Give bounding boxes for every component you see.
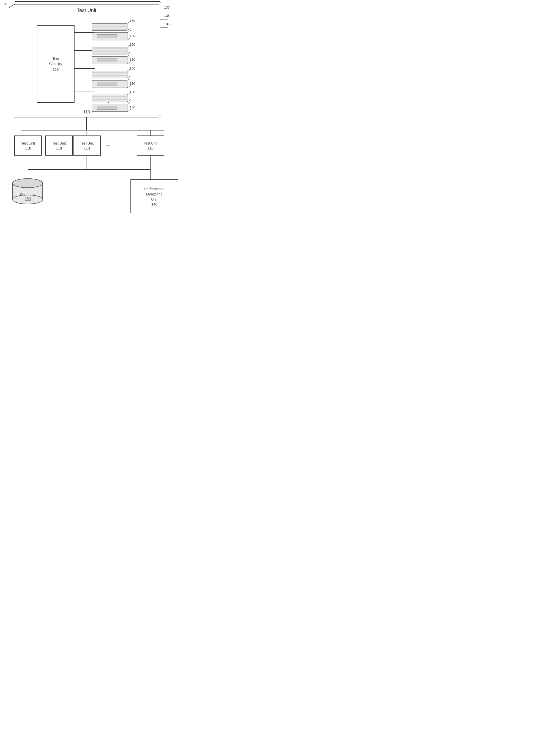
perf-num: 140 [151, 202, 157, 206]
svg-text:160: 160 [130, 90, 135, 94]
test-circuitry-label: TestCircuitry [49, 57, 62, 66]
svg-line-32 [127, 54, 131, 57]
lower-horiz-bus [28, 169, 151, 170]
test-unit-box-3: Test Unit 110 [73, 135, 101, 155]
svg-line-47 [127, 78, 131, 80]
main-unit-title: Test Unit [14, 7, 159, 13]
vert-to-perf [150, 169, 151, 179]
test-unit-label-3: Test Unit [80, 141, 93, 146]
test-unit-label-2: Test Unit [52, 141, 66, 146]
test-circuitry-num: 120 [53, 67, 59, 71]
svg-text:160: 160 [130, 66, 135, 70]
vert-down-3 [87, 155, 87, 169]
vert-down-1 [28, 155, 28, 169]
svg-text:130: 130 [130, 105, 135, 109]
perf-label: PerformanceMonitoringUnit [144, 187, 164, 202]
svg-text:160: 160 [130, 43, 135, 46]
vert-drop-2 [59, 130, 59, 135]
horiz-bus [21, 130, 164, 130]
test-unit-label-4: Test Unit [144, 141, 157, 146]
chips-svg: 160 130 [85, 19, 150, 112]
database-num: 150 [9, 197, 46, 201]
svg-line-17 [127, 30, 131, 33]
svg-line-48 [127, 85, 131, 88]
svg-text:130: 130 [130, 82, 135, 85]
vert-drop-4 [150, 130, 151, 135]
dots-between-units: ... [105, 141, 110, 148]
vert-drop-3 [87, 130, 87, 135]
svg-line-33 [127, 62, 131, 64]
test-unit-num-1: 110 [25, 146, 31, 150]
perf-box: PerformanceMonitoringUnit 140 [130, 179, 178, 213]
svg-text:130: 130 [130, 58, 135, 62]
svg-line-27 [127, 52, 131, 54]
diagram-container: 100 135 135 135 Test Unit TestCircuitry … [0, 0, 188, 250]
test-unit-box-2: Test Unit 110 [45, 135, 73, 155]
svg-text:160: 160 [130, 19, 135, 23]
svg-line-65 [127, 102, 131, 104]
test-unit-box-1: Test Unit 110 [14, 135, 42, 155]
test-unit-num-4: 110 [148, 146, 153, 150]
vert-down-2 [59, 155, 59, 169]
test-unit-label-1: Test Unit [21, 141, 35, 146]
test-unit-box-4: Test Unit 110 [137, 135, 164, 155]
svg-point-73 [13, 179, 43, 188]
vert-line-main [86, 117, 87, 130]
svg-rect-46 [97, 82, 117, 86]
svg-rect-16 [97, 35, 117, 38]
vert-down-4 [150, 155, 151, 169]
test-circuitry-box: TestCircuitry 120 [37, 25, 74, 103]
svg-line-12 [127, 28, 131, 30]
vert-drop-1 [28, 130, 28, 135]
svg-text:130: 130 [130, 34, 135, 38]
test-unit-num-2: 110 [56, 146, 62, 150]
svg-rect-64 [97, 106, 117, 110]
test-unit-num-3: 110 [84, 146, 90, 150]
main-unit-num: 110 [14, 110, 159, 114]
database-label: Database 150 [9, 193, 46, 201]
vert-to-db [28, 169, 28, 178]
main-outer-box: Test Unit TestCircuitry 120 160 [14, 4, 159, 117]
svg-line-18 [127, 38, 131, 40]
svg-rect-31 [97, 58, 117, 62]
svg-line-42 [127, 76, 131, 78]
svg-line-60 [127, 99, 131, 102]
